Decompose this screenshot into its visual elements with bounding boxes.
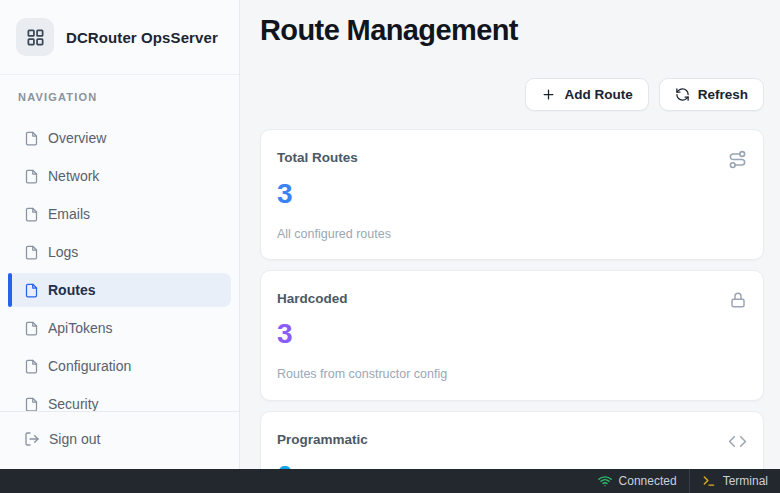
sidebar-item-label: Network xyxy=(48,168,99,184)
add-route-button[interactable]: Add Route xyxy=(525,78,648,111)
stat-cards: Total Routes 3 All configured routes Har… xyxy=(260,129,764,493)
log-out-icon xyxy=(24,431,40,447)
active-indicator xyxy=(8,273,12,307)
sidebar: DCRouter OpsServer NAVIGATION Overview N… xyxy=(0,0,240,493)
card-hardcoded: Hardcoded 3 Routes from constructor conf… xyxy=(260,270,764,401)
plus-icon xyxy=(541,87,556,102)
sidebar-item-routes[interactable]: Routes xyxy=(8,273,231,307)
terminal-label: Terminal xyxy=(723,474,768,488)
card-title: Programmatic xyxy=(277,430,368,450)
sidebar-item-network[interactable]: Network xyxy=(8,159,231,193)
sidebar-item-label: ApiTokens xyxy=(48,320,113,336)
file-icon xyxy=(24,245,39,260)
connection-status: Connected xyxy=(586,469,689,493)
sidebar-item-overview[interactable]: Overview xyxy=(8,121,231,155)
brand-title: DCRouter OpsServer xyxy=(66,29,218,46)
toolbar: Add Route Refresh xyxy=(260,78,764,111)
code-icon xyxy=(728,432,747,451)
terminal-icon xyxy=(702,474,716,488)
file-icon xyxy=(24,169,39,184)
card-title: Total Routes xyxy=(277,148,358,168)
sidebar-item-label: Overview xyxy=(48,130,106,146)
file-icon xyxy=(24,207,39,222)
file-icon xyxy=(24,131,39,146)
sidebar-item-security[interactable]: Security xyxy=(8,387,231,411)
sidebar-item-label: Emails xyxy=(48,206,90,222)
card-value: 3 xyxy=(277,317,747,351)
sidebar-item-label: Security xyxy=(48,396,99,411)
app-window: DCRouter OpsServer NAVIGATION Overview N… xyxy=(0,0,780,493)
file-icon xyxy=(24,397,39,412)
grid-icon xyxy=(16,18,54,56)
sign-out-label: Sign out xyxy=(49,431,100,447)
sidebar-item-logs[interactable]: Logs xyxy=(8,235,231,269)
card-total-routes: Total Routes 3 All configured routes xyxy=(260,129,764,260)
sign-out-button[interactable]: Sign out xyxy=(8,422,231,456)
sidebar-item-label: Routes xyxy=(48,282,95,298)
sidebar-header: DCRouter OpsServer xyxy=(0,0,239,75)
card-subtitle: All configured routes xyxy=(277,225,747,243)
sidebar-item-label: Logs xyxy=(48,244,78,260)
card-title: Hardcoded xyxy=(277,289,348,309)
sidebar-item-emails[interactable]: Emails xyxy=(8,197,231,231)
card-value: 3 xyxy=(277,177,747,211)
sidebar-item-configuration[interactable]: Configuration xyxy=(8,349,231,383)
page-title: Route Management xyxy=(260,12,764,48)
wifi-icon xyxy=(598,474,612,488)
refresh-button[interactable]: Refresh xyxy=(659,78,764,111)
lock-icon xyxy=(729,291,747,309)
card-subtitle: Routes from constructor config xyxy=(277,365,747,383)
refresh-label: Refresh xyxy=(698,87,748,102)
sidebar-item-apitokens[interactable]: ApiTokens xyxy=(8,311,231,345)
route-icon xyxy=(728,150,747,169)
file-icon xyxy=(24,283,39,298)
connection-label: Connected xyxy=(619,474,677,488)
terminal-toggle[interactable]: Terminal xyxy=(689,469,780,493)
file-icon xyxy=(24,321,39,336)
refresh-icon xyxy=(675,87,690,102)
add-route-label: Add Route xyxy=(564,87,632,102)
nav-section-label: NAVIGATION xyxy=(8,91,231,103)
file-icon xyxy=(24,359,39,374)
sidebar-item-label: Configuration xyxy=(48,358,131,374)
status-bar: Connected Terminal xyxy=(0,469,780,493)
sidebar-nav: NAVIGATION Overview Network Emails Logs … xyxy=(0,75,239,411)
main-content: Route Management Add Route Refresh xyxy=(240,0,780,493)
